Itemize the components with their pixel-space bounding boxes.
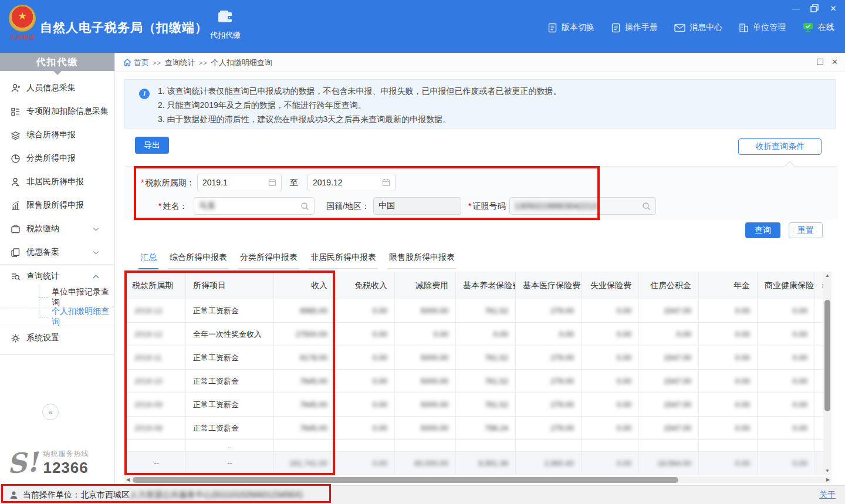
scroll-up-arrow[interactable]: ▲ bbox=[823, 272, 832, 280]
online-status[interactable]: 在线 bbox=[802, 22, 834, 33]
table-row: 2019-11正常工资薪金9178.000.005000.00761.52279… bbox=[125, 346, 824, 370]
vertical-scrollbar: ▲ ▼ bbox=[823, 272, 832, 475]
tab-withholding[interactable]: 代扣代缴 bbox=[202, 9, 248, 40]
scroll-left-arrow[interactable]: ◀ bbox=[124, 476, 131, 483]
sidebar-collapse-button[interactable]: « bbox=[42, 404, 59, 420]
app-header: — ✕ ★ 中国税务 自然人电子税务局（扣缴端） 代扣代缴 版本切换 bbox=[0, 0, 845, 53]
sidebar-item-classified-income[interactable]: 分类所得申报 bbox=[0, 147, 114, 170]
collapse-query-conditions-button[interactable]: 收折查询条件 bbox=[738, 138, 822, 155]
blurred-value: 0.00 bbox=[677, 330, 691, 339]
table-cell: 279.00 bbox=[516, 299, 582, 323]
scroll-right-arrow[interactable]: ▶ bbox=[824, 476, 832, 483]
current-unit-label: 当前操作单位：北京市西城区 bbox=[23, 490, 130, 500]
table-cell bbox=[639, 440, 699, 452]
wallet-icon bbox=[217, 9, 234, 25]
message-center-link[interactable]: 消息中心 bbox=[674, 22, 722, 33]
minimize-button[interactable]: — bbox=[791, 4, 800, 13]
blurred-value: 279.00 bbox=[550, 306, 574, 315]
tab-3[interactable]: 非居民所得申报表 bbox=[309, 250, 378, 269]
table-cell bbox=[815, 393, 824, 417]
period-from-input[interactable]: 2019.1 bbox=[197, 174, 282, 191]
blurred-value: 0.00 bbox=[793, 459, 807, 468]
sidebar-item-label: 查询统计 bbox=[26, 271, 59, 282]
main-panel: i 1. 该查询统计表仅能查询已申报成功的数据，不包含未申报、申报失败，已申报但… bbox=[115, 72, 845, 485]
checklist-icon bbox=[11, 107, 21, 117]
sidebar-item-query-statistics[interactable]: 查询统计 bbox=[0, 265, 114, 288]
period-to-input[interactable]: 2019.12 bbox=[307, 174, 396, 191]
table-cell: 0.00 bbox=[699, 299, 758, 323]
unit-management-link[interactable]: 单位管理 bbox=[739, 22, 786, 33]
sidebar-item-nonresident-income[interactable]: 非居民所得申报 bbox=[0, 170, 114, 194]
query-button[interactable]: 查询 bbox=[745, 222, 780, 238]
name-input[interactable]: 马某 bbox=[194, 197, 315, 215]
sidebar-subitem-personal-withholding-detail-query[interactable]: 个人扣缴明细查询 bbox=[0, 307, 114, 326]
tab-2[interactable]: 分类所得申报表 bbox=[238, 250, 299, 269]
reset-button[interactable]: 重置 bbox=[789, 222, 823, 238]
table-cell bbox=[395, 440, 456, 452]
pie-chart-icon bbox=[11, 154, 21, 164]
table-cell: -- bbox=[186, 452, 274, 475]
blurred-value: 761.52 bbox=[485, 377, 508, 385]
table-cell bbox=[815, 346, 824, 370]
submenu-tree-stub bbox=[39, 317, 48, 317]
sidebar-item-personnel-info[interactable]: 人员信息采集 bbox=[0, 76, 114, 100]
table-cell: 0.00 bbox=[639, 323, 699, 346]
column-header: 收入 bbox=[274, 272, 335, 299]
sidebar-item-preferential-filing[interactable]: 优惠备案 bbox=[0, 241, 114, 264]
sidebar-item-tax-payment[interactable]: 税款缴纳 bbox=[0, 217, 114, 241]
gear-icon bbox=[11, 333, 21, 343]
search-list-icon bbox=[11, 272, 21, 282]
blurred-value: 0.00 bbox=[373, 306, 387, 315]
blurred-value: 0.00 bbox=[434, 330, 448, 339]
blurred-value: 2019-12 bbox=[134, 330, 163, 339]
sidebar-subitem-unit-declaration-query[interactable]: 单位申报记录查询 bbox=[0, 288, 114, 307]
table-cell bbox=[125, 440, 186, 452]
about-link[interactable]: 关于 bbox=[819, 490, 836, 500]
pane-maximize-button[interactable] bbox=[817, 59, 823, 65]
blurred-value: 0.00 bbox=[735, 424, 750, 432]
tab-0[interactable]: 汇总 bbox=[138, 250, 158, 269]
person-add-icon bbox=[11, 83, 21, 93]
blurred-value: 0.00 bbox=[373, 353, 387, 362]
table-cell: 2019-11 bbox=[125, 346, 186, 370]
manual-link[interactable]: 操作手册 bbox=[611, 22, 658, 33]
bar-chart-icon bbox=[11, 201, 21, 211]
pane-close-button[interactable]: ✕ bbox=[832, 57, 838, 67]
table-cell: 0.00 bbox=[758, 393, 815, 417]
blurred-value: 9985.00 bbox=[300, 306, 327, 315]
table-cell: 0.00 bbox=[335, 299, 395, 323]
table-cell: 2019-12 bbox=[125, 299, 186, 323]
tab-4[interactable]: 限售股所得申报表 bbox=[387, 250, 457, 269]
sidebar-item-special-deduction[interactable]: 专项附加扣除信息采集 bbox=[0, 100, 114, 123]
sidebar-item-label: 限售股所得申报 bbox=[26, 200, 84, 211]
table-cell: 正常工资薪金 bbox=[186, 370, 274, 393]
sidebar-item-restricted-stock[interactable]: 限售股所得申报 bbox=[0, 194, 114, 217]
export-button[interactable]: 导出 bbox=[135, 137, 169, 154]
vertical-scroll-thumb[interactable] bbox=[824, 300, 830, 411]
nationality-input[interactable]: 中国 bbox=[373, 197, 461, 215]
blurred-value: 0.00 bbox=[617, 377, 631, 385]
close-button[interactable]: ✕ bbox=[829, 4, 838, 13]
sidebar-item-system-settings[interactable]: 系统设置 bbox=[0, 326, 114, 350]
horizontal-scrollbar: ◀ ▶ bbox=[124, 476, 832, 483]
id-number-input[interactable]: 130502199903042213 bbox=[509, 197, 656, 215]
sidebar-item-label: 分类所得申报 bbox=[26, 153, 76, 164]
sidebar-divider bbox=[0, 354, 114, 355]
sidebar-item-comprehensive-income[interactable]: 综合所得申报 bbox=[0, 123, 114, 147]
blurred-value: 1547.00 bbox=[664, 400, 691, 409]
table-cell bbox=[582, 440, 639, 452]
version-switch-link[interactable]: 版本切换 bbox=[547, 22, 594, 33]
horizontal-scroll-thumb[interactable] bbox=[133, 477, 678, 483]
scroll-down-arrow[interactable]: ▼ bbox=[823, 467, 832, 475]
blurred-value: 761.52 bbox=[485, 353, 508, 362]
notice-line: 1. 该查询统计表仅能查询已申报成功的数据，不包含未申报、申报失败，已申报但已作… bbox=[158, 84, 826, 98]
tab-1[interactable]: 综合所得申报表 bbox=[168, 250, 229, 269]
pane-controls: ✕ bbox=[817, 57, 838, 67]
table-cell: 0.00 bbox=[335, 370, 395, 393]
table-cell: 0.00 bbox=[699, 452, 758, 475]
nationality-value: 中国 bbox=[378, 201, 456, 211]
blurred-value: 279.00 bbox=[550, 424, 574, 432]
breadcrumb-home[interactable]: 首页 bbox=[123, 57, 149, 68]
restore-button[interactable] bbox=[810, 4, 819, 13]
table-cell: 0.00 bbox=[758, 370, 815, 393]
